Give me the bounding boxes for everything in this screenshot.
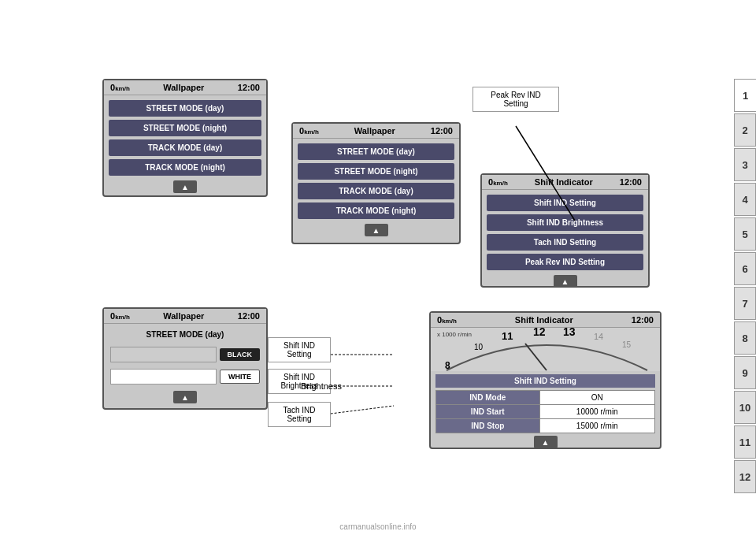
svg-line-7 [525,344,547,370]
screen2-track-day[interactable]: TRACK MODE (day) [298,183,454,199]
screen-shift-indicator-menu: 0km/h Shift Indicator 12:00 Shift IND Se… [480,173,650,288]
ind-start-value[interactable]: 10000 r/min [539,405,654,419]
gauge-area: x 1000 r/min 8 10 11 12 13 14 15 [431,328,660,371]
screen3-header: 0km/h Wallpaper 12:00 [104,309,266,324]
screen1-header: 0km/h Wallpaper 12:00 [104,80,266,95]
screen2-time: 12:00 [431,126,453,136]
ind-stop-label: IND Stop [436,419,540,433]
tab-2[interactable]: 2 [734,113,756,147]
screen3-white-preview [110,369,217,385]
table-row: IND Start 10000 r/min [436,405,655,419]
screen2-arrow[interactable]: ▲ [298,224,454,236]
gauge-rpm-label: x 1000 r/min [437,331,472,338]
screen5-arrow[interactable]: ▲ [435,436,655,448]
screen5-header: 0km/h Shift Indicator 12:00 [431,313,660,328]
tab-7[interactable]: 7 [734,287,756,320]
screen2-street-day[interactable]: STREET MODE (day) [298,143,454,160]
screen3-arrow[interactable]: ▲ [109,391,261,403]
svg-text:13: 13 [563,328,576,338]
tab-3[interactable]: 3 [734,148,756,181]
ind-stop-value[interactable]: 15000 r/min [539,419,654,433]
svg-text:10: 10 [474,343,484,351]
ind-settings-table: IND Mode ON IND Start 10000 r/min IND St… [435,390,655,433]
screen5-speed: 0km/h [437,315,457,325]
tab-11[interactable]: 11 [734,425,756,459]
tab-8[interactable]: 8 [734,321,756,355]
callout-shift-ind-setting: Shift INDSetting [268,337,331,362]
svg-text:11: 11 [502,330,513,342]
tab-6[interactable]: 6 [734,252,756,285]
screen-wallpaper-top-left: 0km/h Wallpaper 12:00 STREET MODE (day) … [102,79,268,197]
screen4-time: 12:00 [620,177,642,187]
svg-text:15: 15 [622,340,632,349]
screen3-time: 12:00 [238,311,260,321]
screen3-title: Wallpaper [163,311,204,321]
tab-12[interactable]: 12 [734,460,756,493]
screen5-body: Shift IND Setting IND Mode ON IND Start … [431,371,660,451]
screen3-white-btn[interactable]: WHITE [220,370,260,384]
table-row: IND Mode ON [436,391,655,405]
callout-peak-rev: Peak Rev INDSetting [472,87,559,112]
callout-shift-ind-setting-text: Shift INDSetting [284,341,315,359]
screen4-arrow[interactable]: ▲ [487,275,643,288]
screen3-body: STREET MODE (day) BLACK WHITE ▲ [104,324,266,408]
screen4-title: Shift Indicator [535,177,593,187]
screen5-submenu-title: Shift IND Setting [435,374,655,388]
svg-text:14: 14 [594,332,603,341]
screen2-track-night[interactable]: TRACK MODE (night) [298,202,454,219]
screen3-color-preview [110,347,217,362]
right-tab-group: 1 2 3 4 5 6 7 8 9 10 11 12 [734,79,756,493]
screen2-speed: 0km/h [299,126,319,136]
callout-peak-rev-text: Peak Rev INDSetting [491,91,540,108]
screen4-tach-ind-setting[interactable]: Tach IND Setting [487,234,643,251]
screen4-peak-rev-setting[interactable]: Peak Rev IND Setting [487,254,643,270]
screen3-black-btn[interactable]: BLACK [220,348,261,361]
tab-4[interactable]: 4 [734,183,756,216]
screen4-shift-ind-setting[interactable]: Shift IND Setting [487,195,643,211]
callout-tach-ind-setting: Tach INDSetting [268,402,331,427]
screen-wallpaper-top-mid: 0km/h Wallpaper 12:00 STREET MODE (day) … [291,122,461,244]
watermark: carmanualsonline.info [339,522,416,531]
screen2-street-night[interactable]: STREET MODE (night) [298,163,454,180]
ind-mode-label: IND Mode [436,391,540,405]
screen5-title: Shift Indicator [515,315,573,325]
ind-start-label: IND Start [436,405,540,419]
screen1-title: Wallpaper [163,83,204,92]
svg-text:8: 8 [445,360,450,371]
screen4-shift-ind-brightness[interactable]: Shift IND Brightness [487,214,643,231]
brightness-label: Brightness [301,381,342,391]
screen1-track-day[interactable]: TRACK MODE (day) [109,139,261,156]
screen1-speed: 0km/h [110,83,130,92]
screen4-header: 0km/h Shift Indicator 12:00 [482,175,648,190]
table-row: IND Stop 15000 r/min [436,419,655,433]
callout-tach-ind-setting-text: Tach INDSetting [283,406,315,423]
tab-5[interactable]: 5 [734,217,756,251]
tab-10[interactable]: 10 [734,391,756,424]
tab-9[interactable]: 9 [734,356,756,389]
screen1-body: STREET MODE (day) STREET MODE (night) TR… [104,95,266,198]
tab-1[interactable]: 1 [734,79,756,112]
screen-wallpaper-color: 0km/h Wallpaper 12:00 STREET MODE (day) … [102,307,268,410]
ind-mode-value[interactable]: ON [539,391,654,405]
screen1-time: 12:00 [238,83,260,92]
screen4-speed: 0km/h [488,177,508,187]
screen3-mode-label: STREET MODE (day) [109,329,261,340]
screen2-title: Wallpaper [354,126,395,136]
svg-text:12: 12 [533,328,546,338]
screen5-time: 12:00 [632,315,654,325]
screen1-street-night[interactable]: STREET MODE (night) [109,120,261,136]
screen1-arrow[interactable]: ▲ [109,180,261,193]
screen-shift-indicator-gauge: 0km/h Shift Indicator 12:00 x 1000 r/min… [429,311,662,449]
screen4-body: Shift IND Setting Shift IND Brightness T… [482,190,648,292]
screen3-speed: 0km/h [110,311,130,321]
screen1-street-day[interactable]: STREET MODE (day) [109,100,261,117]
screen1-track-night[interactable]: TRACK MODE (night) [109,159,261,176]
screen2-body: STREET MODE (day) STREET MODE (night) TR… [293,139,459,241]
screen2-header: 0km/h Wallpaper 12:00 [293,124,459,139]
